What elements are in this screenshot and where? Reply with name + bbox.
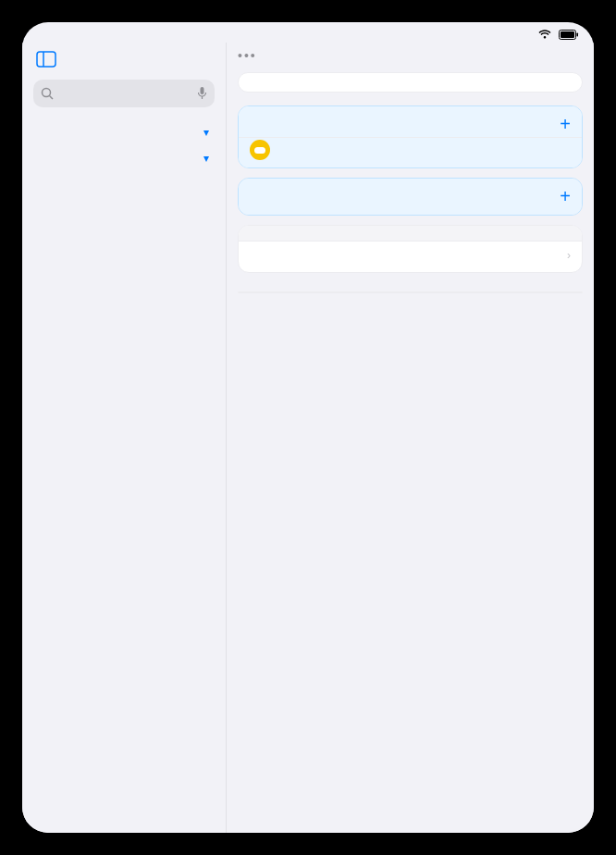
svg-rect-3	[37, 52, 55, 67]
log-card[interactable]: +	[238, 105, 583, 168]
week-strip[interactable]	[238, 72, 583, 93]
logged-card[interactable]: ›	[238, 225, 583, 273]
plus-icon[interactable]: +	[560, 114, 571, 135]
pill-icon	[250, 140, 270, 160]
svg-rect-7	[201, 87, 204, 94]
chevron-right-icon: ›	[567, 249, 571, 262]
svg-rect-2	[577, 32, 579, 36]
sidebar-toggle-icon[interactable]	[33, 48, 59, 70]
mic-icon[interactable]	[197, 86, 207, 101]
health-records-header[interactable]: ▾	[30, 142, 218, 168]
svg-point-5	[43, 89, 51, 97]
svg-line-6	[50, 96, 54, 100]
health-categories-header[interactable]: ▾	[30, 117, 218, 142]
search-input[interactable]	[33, 80, 215, 107]
main-panel: ••• +	[226, 43, 594, 833]
svg-rect-1	[561, 31, 574, 38]
as-needed-card[interactable]: +	[238, 178, 583, 216]
plus-icon[interactable]: +	[560, 186, 571, 207]
chevron-down-icon: ▾	[203, 126, 209, 139]
medications-list	[238, 291, 583, 293]
battery-icon	[559, 30, 579, 40]
sidebar: ▾ ▾	[22, 43, 226, 833]
search-icon	[41, 87, 54, 100]
status-bar	[22, 22, 594, 43]
chevron-down-icon: ▾	[203, 152, 209, 165]
more-icon[interactable]: •••	[227, 48, 594, 63]
wifi-icon	[538, 30, 551, 39]
